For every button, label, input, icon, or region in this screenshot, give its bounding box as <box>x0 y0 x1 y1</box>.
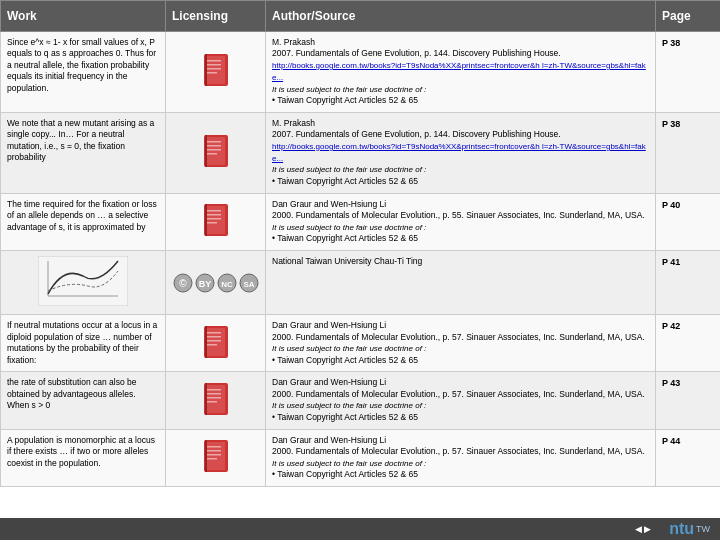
bottom-bar: ◀ ▶ ntu TW <box>0 518 720 540</box>
author-fair-use: It is used subject to the fair use doctr… <box>272 85 426 94</box>
ntu-footer-logo: ntu <box>669 520 694 538</box>
author-year: 2007. Fundamentals of Gene Evolution, p.… <box>272 48 561 58</box>
table-row: We note that a new mutant arising as a s… <box>1 112 721 193</box>
svg-rect-35 <box>207 332 221 334</box>
licensing-cell <box>166 112 266 193</box>
svg-rect-42 <box>207 389 221 391</box>
author-fair-use: It is used subject to the fair use doctr… <box>272 401 426 410</box>
svg-rect-13 <box>207 153 217 155</box>
table-row: the rate of substitution can also be obt… <box>1 372 721 429</box>
author-link[interactable]: http://books.google.com.tw/books?id=T9sN… <box>272 61 646 82</box>
header-page: Page <box>656 1 721 32</box>
svg-rect-51 <box>207 454 221 456</box>
book-icon <box>202 325 230 359</box>
svg-rect-38 <box>207 344 217 346</box>
header-work: Work <box>1 1 166 32</box>
author-copyright: • Taiwan Copyright Act Articles 52 & 65 <box>272 176 418 186</box>
book-icon <box>202 53 230 87</box>
svg-rect-50 <box>207 450 221 452</box>
page-cell: P 38 <box>656 112 721 193</box>
page-cell: P 38 <box>656 32 721 113</box>
svg-text:SA: SA <box>243 280 254 289</box>
svg-rect-11 <box>207 145 221 147</box>
author-year: 2000. Fundamentals of Molecular Evolutio… <box>272 446 645 456</box>
work-cell: A population is monomorphic at a locus i… <box>1 429 166 486</box>
page-cell: P 40 <box>656 193 721 250</box>
author-year: 2000. Fundamentals of Molecular Evolutio… <box>272 210 645 220</box>
author-fair-use: It is used subject to the fair use doctr… <box>272 344 426 353</box>
work-cell: The time required for the fixation or lo… <box>1 193 166 250</box>
book-icon <box>202 382 230 416</box>
author-name: National Taiwan University Chau-Ti Ting <box>272 256 422 266</box>
svg-text:NC: NC <box>221 280 233 289</box>
book-icon <box>202 203 230 237</box>
page-number: P 44 <box>662 436 680 446</box>
author-cell: Dan Graur and Wen-Hsiung Li2000. Fundame… <box>266 429 656 486</box>
svg-rect-10 <box>207 141 221 143</box>
page-number: P 38 <box>662 38 680 48</box>
author-copyright: • Taiwan Copyright Act Articles 52 & 65 <box>272 95 418 105</box>
cc-icon: © <box>173 273 193 293</box>
cc-nc-icon: NC <box>217 273 237 293</box>
licensing-cell <box>166 32 266 113</box>
work-cell <box>1 250 166 314</box>
book-icon <box>202 439 230 473</box>
author-cell: National Taiwan University Chau-Ti Ting <box>266 250 656 314</box>
author-copyright: • Taiwan Copyright Act Articles 52 & 65 <box>272 355 418 365</box>
svg-rect-36 <box>207 336 221 338</box>
author-year: 2000. Fundamentals of Molecular Evolutio… <box>272 332 645 342</box>
author-copyright: • Taiwan Copyright Act Articles 52 & 65 <box>272 412 418 422</box>
tw-footer: TW <box>696 524 710 534</box>
author-copyright: • Taiwan Copyright Act Articles 52 & 65 <box>272 469 418 479</box>
svg-rect-5 <box>207 68 221 70</box>
author-name: Dan Graur and Wen-Hsiung Li <box>272 199 386 209</box>
book-icon <box>202 134 230 168</box>
work-cell: We note that a new mutant arising as a s… <box>1 112 166 193</box>
table-row: © BY NC SA National Taiwan University Ch… <box>1 250 721 314</box>
author-name: Dan Graur and Wen-Hsiung Li <box>272 435 386 445</box>
licensing-cell <box>166 372 266 429</box>
table-row: The time required for the fixation or lo… <box>1 193 721 250</box>
svg-rect-12 <box>207 149 221 151</box>
licensing-cell: © BY NC SA <box>166 250 266 314</box>
work-cell: the rate of substitution can also be obt… <box>1 372 166 429</box>
author-cell: Dan Graur and Wen-Hsiung Li2000. Fundame… <box>266 372 656 429</box>
table-row: If neutral mutations occur at a locus in… <box>1 315 721 372</box>
svg-rect-45 <box>207 401 217 403</box>
author-copyright: • Taiwan Copyright Act Articles 52 & 65 <box>272 233 418 243</box>
page-number: P 42 <box>662 321 680 331</box>
svg-rect-52 <box>207 458 217 460</box>
author-fair-use: It is used subject to the fair use doctr… <box>272 223 426 232</box>
page-nav[interactable]: ◀ ▶ <box>635 524 652 534</box>
work-cell: Since e^x ≈ 1- x for small values of x, … <box>1 32 166 113</box>
author-name: M. Prakash <box>272 118 315 128</box>
page-cell: P 43 <box>656 372 721 429</box>
page-cell: P 42 <box>656 315 721 372</box>
svg-rect-17 <box>207 210 221 212</box>
table-row: Since e^x ≈ 1- x for small values of x, … <box>1 32 721 113</box>
svg-rect-21 <box>38 256 128 306</box>
author-link[interactable]: http://books.google.com.tw/books?id=T9sN… <box>272 142 646 163</box>
author-year: 2000. Fundamentals of Molecular Evolutio… <box>272 389 645 399</box>
work-cell: If neutral mutations occur at a locus in… <box>1 315 166 372</box>
svg-rect-3 <box>207 60 221 62</box>
page-number: P 41 <box>662 257 680 267</box>
svg-text:©: © <box>179 278 187 289</box>
svg-rect-43 <box>207 393 221 395</box>
svg-rect-18 <box>207 214 221 216</box>
chart-icon <box>38 256 128 306</box>
svg-rect-20 <box>207 222 217 224</box>
header-licensing: Licensing <box>166 1 266 32</box>
licensing-cell <box>166 429 266 486</box>
svg-text:BY: BY <box>198 279 211 289</box>
cc-sa-icon: SA <box>239 273 259 293</box>
author-cell: M. Prakash2007. Fundamentals of Gene Evo… <box>266 32 656 113</box>
page-cell: P 44 <box>656 429 721 486</box>
author-name: Dan Graur and Wen-Hsiung Li <box>272 377 386 387</box>
author-year: 2007. Fundamentals of Gene Evolution, p.… <box>272 129 561 139</box>
author-fair-use: It is used subject to the fair use doctr… <box>272 459 426 468</box>
author-cell: Dan Graur and Wen-Hsiung Li2000. Fundame… <box>266 193 656 250</box>
page-cell: P 41 <box>656 250 721 314</box>
licensing-cell <box>166 193 266 250</box>
cc-by-icon: BY <box>195 273 215 293</box>
